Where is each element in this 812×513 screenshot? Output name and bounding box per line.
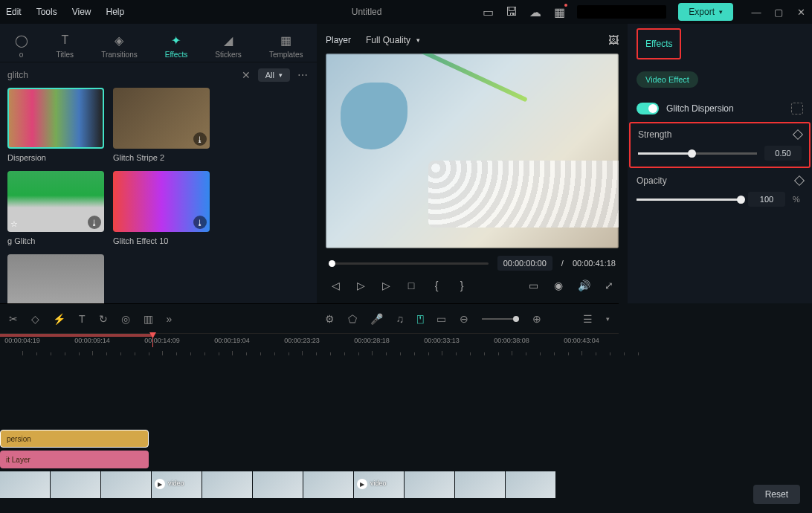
list-icon[interactable]: ☰ [583, 313, 593, 325]
strength-knob[interactable] [688, 149, 696, 158]
mark-out-icon[interactable]: } [455, 280, 468, 291]
effect-card[interactable]: ⭳ Glitch Effect 10 [113, 171, 210, 245]
effect-card[interactable] [7, 254, 104, 303]
text-icon[interactable]: T [79, 313, 86, 325]
video-clip[interactable] [202, 471, 253, 498]
effect-card[interactable]: ⭳ Glitch Stripe 2 [113, 88, 210, 162]
effect-thumb[interactable] [7, 88, 104, 149]
strength-slider[interactable] [638, 152, 757, 155]
ratio-icon[interactable]: ▭ [436, 313, 446, 325]
search-query[interactable]: glitch [7, 70, 234, 80]
scrub-knob[interactable] [329, 260, 335, 267]
video-clip[interactable] [303, 471, 354, 498]
play-outline-icon[interactable]: ▷ [379, 280, 393, 291]
effect-thumb[interactable]: ⭳ [113, 171, 210, 232]
download-icon[interactable]: ⭳ [193, 216, 207, 229]
download-icon[interactable]: ⭳ [88, 216, 101, 229]
crop-icon[interactable]: ◇ [31, 313, 39, 325]
video-track[interactable]: ▶video▶video [0, 471, 619, 498]
tab-effects[interactable]: ✦Effects [159, 30, 193, 62]
volume-icon[interactable]: 🔊 [577, 280, 590, 291]
tab-titles[interactable]: TTitles [51, 30, 80, 62]
music-icon[interactable]: ♫ [396, 313, 405, 325]
display-icon[interactable]: ▭ [526, 280, 540, 291]
star-icon[interactable]: ☆ [10, 219, 18, 229]
keyframe-icon[interactable] [794, 175, 805, 186]
rotate-icon[interactable]: ↻ [99, 313, 108, 325]
video-clip[interactable] [455, 471, 506, 498]
opacity-slider[interactable] [637, 199, 741, 201]
clear-search-icon[interactable]: ✕ [242, 69, 251, 81]
video-clip[interactable]: ▶video [354, 471, 405, 498]
speed-icon[interactable]: ⚡ [53, 313, 65, 325]
export-button[interactable]: Export▾ [678, 3, 733, 21]
tab-cut[interactable]: ◯o [8, 30, 35, 62]
scrub-track[interactable] [329, 262, 489, 265]
effect-thumb[interactable] [7, 254, 104, 303]
video-clip[interactable] [101, 471, 152, 498]
zoom-in-icon[interactable]: ⊕ [532, 313, 541, 325]
cut-icon[interactable]: ✂ [9, 313, 18, 325]
opacity-value[interactable]: 100 [748, 192, 785, 207]
effect-toggle[interactable] [637, 103, 659, 114]
download-icon[interactable]: ⭳ [193, 132, 207, 146]
effect-thumb[interactable]: ⭳ [113, 88, 210, 149]
cloud-icon[interactable]: ☁ [529, 6, 541, 18]
effect-thumb[interactable]: ☆⭳ [7, 171, 104, 232]
prev-frame-icon[interactable]: ◁ [329, 280, 342, 291]
video-clip[interactable]: ▶video [152, 471, 202, 498]
play-icon[interactable]: ▷ [354, 280, 367, 291]
filter-all[interactable]: All▾ [258, 68, 290, 82]
stop-icon[interactable]: □ [405, 280, 418, 291]
fullscreen-icon[interactable]: ⤢ [602, 280, 616, 291]
keyframe-icon[interactable] [793, 129, 803, 140]
menu-tools[interactable]: Tools [36, 7, 57, 17]
video-clip[interactable] [253, 471, 303, 498]
effect-clip[interactable]: persion [0, 430, 149, 448]
menu-edit[interactable]: Edit [6, 7, 22, 17]
video-clip[interactable] [0, 471, 51, 498]
adjustment-clip[interactable]: it Layer [0, 451, 149, 468]
video-effect-chip[interactable]: Video Effect [637, 71, 698, 88]
chevron-down-icon[interactable]: ▾ [606, 315, 610, 323]
tab-stickers[interactable]: ◢Stickers [209, 30, 248, 62]
preview-canvas[interactable] [326, 54, 619, 248]
menu-view[interactable]: View [72, 7, 91, 17]
effect-card[interactable]: Dispersion [7, 88, 104, 162]
zoom-slider[interactable] [482, 318, 519, 320]
strength-value[interactable]: 0.50 [764, 146, 802, 161]
snapshot-icon[interactable]: 🖼 [608, 34, 619, 46]
video-clip[interactable] [51, 471, 101, 498]
marker-icon[interactable]: ⬠ [348, 313, 357, 325]
save-icon[interactable]: 🖫 [506, 6, 518, 18]
magnet-icon[interactable]: ⍞ [417, 313, 423, 325]
timeline-toolbar: ✂ ◇ ⚡ T ↻ ◎ ▥ » ⚙ ⬠ 🎤 ♫ ⍞ ▭ ⊖ ⊕ ☰ ▾ [0, 303, 619, 333]
tab-transitions[interactable]: ◈Transitions [95, 30, 144, 62]
more-icon[interactable]: ⋯ [297, 69, 309, 81]
gear-icon[interactable]: ⚙ [325, 313, 335, 325]
tab-effects-props[interactable]: Effects [637, 28, 681, 59]
apps-icon[interactable]: ▦ [553, 6, 565, 18]
mic-icon[interactable]: 🎤 [370, 313, 383, 325]
maximize-button[interactable]: ▢ [773, 7, 784, 18]
camera-icon[interactable]: ◉ [552, 280, 565, 291]
close-button[interactable]: ✕ [796, 7, 806, 18]
keyframe-box-icon[interactable] [791, 103, 803, 114]
mark-in-icon[interactable]: { [430, 280, 443, 291]
opacity-knob[interactable] [737, 196, 745, 204]
mask-icon[interactable]: ◎ [121, 313, 130, 325]
quality-dropdown[interactable]: Full Quality▾ [366, 35, 420, 45]
player-label: Player [326, 35, 351, 45]
layout-icon[interactable]: ▭ [482, 6, 494, 18]
zoom-out-icon[interactable]: ⊖ [460, 313, 468, 325]
adjust-icon[interactable]: ▥ [144, 313, 153, 325]
minimize-button[interactable]: — [751, 7, 761, 18]
tab-templates[interactable]: ▦Templates [263, 30, 309, 62]
video-clip[interactable] [405, 471, 455, 498]
more-tools-icon[interactable]: » [167, 313, 173, 325]
menu-help[interactable]: Help [106, 7, 125, 17]
time-ruler[interactable]: 00:00:04:1900:00:09:1400:00:14:0900:00:1… [0, 333, 619, 355]
video-clip[interactable] [506, 471, 556, 498]
effect-card[interactable]: ☆⭳ g Glitch [7, 171, 104, 245]
reset-button[interactable]: Reset [753, 485, 800, 504]
